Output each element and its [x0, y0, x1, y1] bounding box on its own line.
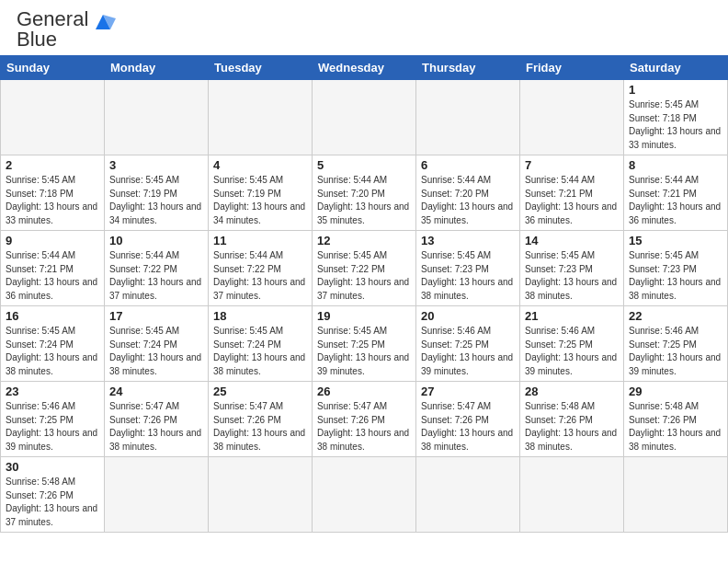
calendar-day-cell: 28Sunrise: 5:48 AM Sunset: 7:26 PM Dayli…	[520, 382, 624, 457]
calendar-day-cell: 18Sunrise: 5:45 AM Sunset: 7:24 PM Dayli…	[209, 306, 313, 382]
day-number: 4	[213, 158, 307, 172]
calendar-day-cell: 6Sunrise: 5:44 AM Sunset: 7:20 PM Daylig…	[416, 155, 520, 231]
calendar-day-cell: 10Sunrise: 5:44 AM Sunset: 7:22 PM Dayli…	[105, 231, 209, 306]
calendar-day-cell: 12Sunrise: 5:45 AM Sunset: 7:22 PM Dayli…	[313, 231, 416, 306]
day-info: Sunrise: 5:44 AM Sunset: 7:22 PM Dayligh…	[213, 249, 307, 303]
day-info: Sunrise: 5:46 AM Sunset: 7:25 PM Dayligh…	[629, 325, 722, 378]
calendar-week-row: 1Sunrise: 5:45 AM Sunset: 7:18 PM Daylig…	[1, 80, 728, 155]
weekday-header-saturday: Saturday	[624, 56, 728, 80]
day-number: 8	[629, 158, 722, 172]
calendar-week-row: 23Sunrise: 5:46 AM Sunset: 7:25 PM Dayli…	[1, 382, 728, 457]
day-info: Sunrise: 5:45 AM Sunset: 7:23 PM Dayligh…	[525, 249, 619, 303]
day-number: 21	[525, 309, 619, 323]
calendar-week-row: 2Sunrise: 5:45 AM Sunset: 7:18 PM Daylig…	[1, 155, 728, 231]
day-info: Sunrise: 5:44 AM Sunset: 7:21 PM Dayligh…	[6, 249, 99, 303]
calendar-day-cell: 5Sunrise: 5:44 AM Sunset: 7:20 PM Daylig…	[313, 155, 416, 231]
day-number: 22	[629, 309, 722, 323]
day-info: Sunrise: 5:46 AM Sunset: 7:25 PM Dayligh…	[421, 325, 515, 378]
day-number: 27	[421, 385, 515, 398]
calendar-day-cell: 26Sunrise: 5:47 AM Sunset: 7:26 PM Dayli…	[313, 382, 416, 457]
calendar-day-cell: 11Sunrise: 5:44 AM Sunset: 7:22 PM Dayli…	[209, 231, 313, 306]
calendar-day-cell: 15Sunrise: 5:45 AM Sunset: 7:23 PM Dayli…	[624, 231, 728, 306]
calendar-day-cell	[105, 457, 209, 533]
day-info: Sunrise: 5:45 AM Sunset: 7:18 PM Dayligh…	[6, 174, 99, 227]
weekday-header-row: SundayMondayTuesdayWednesdayThursdayFrid…	[1, 56, 728, 80]
day-number: 23	[6, 385, 99, 398]
day-number: 12	[317, 234, 411, 247]
day-info: Sunrise: 5:47 AM Sunset: 7:26 PM Dayligh…	[317, 400, 411, 454]
day-info: Sunrise: 5:47 AM Sunset: 7:26 PM Dayligh…	[421, 400, 515, 454]
day-number: 11	[213, 234, 307, 247]
day-number: 28	[525, 385, 619, 398]
day-number: 2	[6, 158, 99, 172]
day-number: 5	[317, 158, 411, 172]
day-number: 15	[629, 234, 722, 247]
calendar-body: 1Sunrise: 5:45 AM Sunset: 7:18 PM Daylig…	[1, 80, 728, 533]
logo-icon	[90, 9, 116, 35]
day-info: Sunrise: 5:45 AM Sunset: 7:24 PM Dayligh…	[109, 325, 203, 378]
calendar-day-cell	[416, 457, 520, 533]
day-info: Sunrise: 5:45 AM Sunset: 7:23 PM Dayligh…	[421, 249, 515, 303]
day-info: Sunrise: 5:44 AM Sunset: 7:21 PM Dayligh…	[525, 174, 619, 227]
day-info: Sunrise: 5:44 AM Sunset: 7:22 PM Dayligh…	[109, 249, 203, 303]
day-info: Sunrise: 5:44 AM Sunset: 7:20 PM Dayligh…	[317, 174, 411, 227]
calendar-day-cell	[1, 80, 105, 155]
calendar-day-cell: 8Sunrise: 5:44 AM Sunset: 7:21 PM Daylig…	[624, 155, 728, 231]
calendar-day-cell: 24Sunrise: 5:47 AM Sunset: 7:26 PM Dayli…	[105, 382, 209, 457]
day-number: 3	[109, 158, 203, 172]
day-number: 1	[629, 83, 722, 97]
calendar-day-cell: 1Sunrise: 5:45 AM Sunset: 7:18 PM Daylig…	[624, 80, 728, 155]
day-info: Sunrise: 5:45 AM Sunset: 7:23 PM Dayligh…	[629, 249, 722, 303]
calendar-day-cell: 23Sunrise: 5:46 AM Sunset: 7:25 PM Dayli…	[1, 382, 105, 457]
calendar-day-cell: 29Sunrise: 5:48 AM Sunset: 7:26 PM Dayli…	[624, 382, 728, 457]
day-info: Sunrise: 5:44 AM Sunset: 7:20 PM Dayligh…	[421, 174, 515, 227]
day-number: 14	[525, 234, 619, 247]
day-number: 17	[109, 309, 203, 323]
calendar-day-cell: 16Sunrise: 5:45 AM Sunset: 7:24 PM Dayli…	[1, 306, 105, 382]
logo: General Blue	[17, 9, 116, 50]
day-info: Sunrise: 5:45 AM Sunset: 7:19 PM Dayligh…	[213, 174, 307, 227]
day-number: 26	[317, 385, 411, 398]
day-number: 19	[317, 309, 411, 323]
day-info: Sunrise: 5:48 AM Sunset: 7:26 PM Dayligh…	[6, 476, 99, 529]
calendar-day-cell	[416, 80, 520, 155]
calendar-day-cell	[313, 80, 416, 155]
calendar-day-cell: 19Sunrise: 5:45 AM Sunset: 7:25 PM Dayli…	[313, 306, 416, 382]
day-number: 24	[109, 385, 203, 398]
day-info: Sunrise: 5:45 AM Sunset: 7:18 PM Dayligh…	[629, 98, 722, 152]
day-info: Sunrise: 5:45 AM Sunset: 7:24 PM Dayligh…	[6, 325, 99, 378]
day-info: Sunrise: 5:48 AM Sunset: 7:26 PM Dayligh…	[629, 400, 722, 454]
calendar-day-cell	[105, 80, 209, 155]
calendar-day-cell: 7Sunrise: 5:44 AM Sunset: 7:21 PM Daylig…	[520, 155, 624, 231]
calendar-week-row: 16Sunrise: 5:45 AM Sunset: 7:24 PM Dayli…	[1, 306, 728, 382]
calendar-week-row: 9Sunrise: 5:44 AM Sunset: 7:21 PM Daylig…	[1, 231, 728, 306]
day-number: 7	[525, 158, 619, 172]
calendar-day-cell: 13Sunrise: 5:45 AM Sunset: 7:23 PM Dayli…	[416, 231, 520, 306]
header: General Blue	[0, 0, 728, 55]
day-info: Sunrise: 5:48 AM Sunset: 7:26 PM Dayligh…	[525, 400, 619, 454]
calendar-day-cell: 4Sunrise: 5:45 AM Sunset: 7:19 PM Daylig…	[209, 155, 313, 231]
day-number: 13	[421, 234, 515, 247]
day-number: 16	[6, 309, 99, 323]
calendar-day-cell: 22Sunrise: 5:46 AM Sunset: 7:25 PM Dayli…	[624, 306, 728, 382]
calendar-day-cell: 25Sunrise: 5:47 AM Sunset: 7:26 PM Dayli…	[209, 382, 313, 457]
weekday-header-monday: Monday	[105, 56, 209, 80]
day-info: Sunrise: 5:45 AM Sunset: 7:19 PM Dayligh…	[109, 174, 203, 227]
calendar-day-cell	[209, 80, 313, 155]
day-number: 29	[629, 385, 722, 398]
day-info: Sunrise: 5:45 AM Sunset: 7:24 PM Dayligh…	[213, 325, 307, 378]
calendar-day-cell: 17Sunrise: 5:45 AM Sunset: 7:24 PM Dayli…	[105, 306, 209, 382]
day-number: 25	[213, 385, 307, 398]
weekday-header-tuesday: Tuesday	[209, 56, 313, 80]
calendar-week-row: 30Sunrise: 5:48 AM Sunset: 7:26 PM Dayli…	[1, 457, 728, 533]
day-info: Sunrise: 5:47 AM Sunset: 7:26 PM Dayligh…	[213, 400, 307, 454]
day-number: 18	[213, 309, 307, 323]
day-info: Sunrise: 5:46 AM Sunset: 7:25 PM Dayligh…	[6, 400, 99, 454]
calendar-day-cell	[520, 80, 624, 155]
calendar-day-cell	[313, 457, 416, 533]
calendar-day-cell	[624, 457, 728, 533]
day-info: Sunrise: 5:47 AM Sunset: 7:26 PM Dayligh…	[109, 400, 203, 454]
calendar-day-cell: 20Sunrise: 5:46 AM Sunset: 7:25 PM Dayli…	[416, 306, 520, 382]
calendar-day-cell: 14Sunrise: 5:45 AM Sunset: 7:23 PM Dayli…	[520, 231, 624, 306]
calendar-day-cell: 9Sunrise: 5:44 AM Sunset: 7:21 PM Daylig…	[1, 231, 105, 306]
